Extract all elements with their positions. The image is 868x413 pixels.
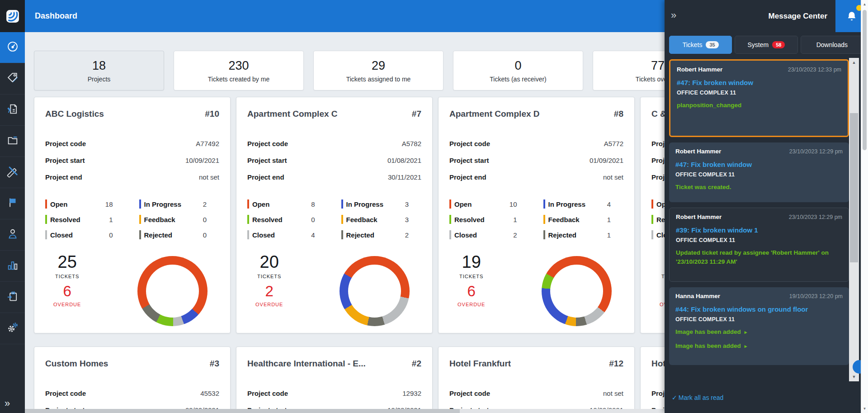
status-closed: Closed 0 bbox=[45, 227, 126, 242]
sidebar-expand-icon[interactable]: » bbox=[0, 395, 25, 413]
project-card[interactable]: Hotel Frankfurt #12 Project code not set… bbox=[438, 347, 635, 413]
message-center-title: Message Center bbox=[675, 12, 835, 21]
message-card[interactable]: Robert Hammer 23/10/2023 12:29 pm #47: F… bbox=[669, 142, 849, 202]
status-color-bar bbox=[341, 215, 343, 224]
sidebar-item-statistics[interactable] bbox=[0, 251, 25, 282]
ticket-link[interactable]: #47: Fix broken window bbox=[677, 79, 841, 86]
project-end-value: 30/11/2021 bbox=[388, 173, 421, 181]
project-start-value: 10/09/2021 bbox=[185, 157, 219, 164]
scroll-up-icon[interactable]: ▲ bbox=[849, 58, 859, 67]
tab-downloads-label: Downloads bbox=[816, 41, 848, 48]
message-list-scrollbar-thumb[interactable] bbox=[850, 113, 858, 262]
status-color-bar bbox=[247, 199, 249, 209]
message-timestamp: 23/10/2023 12:29 pm bbox=[789, 214, 842, 220]
status-rejected: Rejected 0 bbox=[139, 227, 220, 242]
stat-card[interactable]: 29 Tickets assigned to me bbox=[313, 51, 443, 90]
horizontal-scrollbar[interactable] bbox=[25, 409, 665, 413]
project-code-label: Project code bbox=[449, 140, 490, 147]
project-code-row: Project code 12932 bbox=[247, 385, 421, 402]
page-scroll-up-icon[interactable]: ▲ bbox=[861, 1, 868, 8]
tickets-count: 19 bbox=[462, 252, 481, 272]
status-color-bar bbox=[543, 230, 545, 239]
stat-card[interactable]: 18 Projects bbox=[34, 51, 164, 90]
project-end-row: Project end not set bbox=[449, 169, 623, 185]
project-end-label: Project end bbox=[247, 173, 284, 181]
panel-collapse-icon[interactable]: » bbox=[665, 9, 675, 23]
app-screen: » Dashboard 18 Projects 230 Tickets crea… bbox=[0, 0, 868, 413]
status-in-progress: In Progress 2 bbox=[139, 196, 220, 212]
project-title: C & bbox=[651, 109, 666, 119]
project-title: ABC Logistics bbox=[45, 109, 104, 119]
message-event-text[interactable]: Image has been added▸ bbox=[675, 342, 843, 351]
app-logo[interactable] bbox=[0, 0, 25, 32]
project-number: #8 bbox=[614, 109, 623, 119]
page-scroll-down-icon[interactable]: ▼ bbox=[861, 405, 868, 412]
project-code-value: 45532 bbox=[200, 389, 219, 397]
bell-icon bbox=[846, 10, 858, 22]
sidebar-item-tasks[interactable] bbox=[0, 282, 25, 313]
overdue-count: 6 bbox=[63, 283, 71, 300]
project-card[interactable]: Custom Homes #3 Project code 45532Projec… bbox=[34, 347, 231, 413]
sidebar-item-plans[interactable] bbox=[0, 157, 25, 188]
message-sender: Hanna Hammer bbox=[675, 293, 720, 299]
message-card[interactable]: Robert Hammer 23/10/2023 12:33 pm #47: F… bbox=[669, 59, 849, 137]
message-card[interactable]: Robert Hammer 23/10/2023 12:29 pm #39: F… bbox=[669, 208, 849, 282]
message-event-text: Updated ticket read by assignee 'Robert … bbox=[676, 248, 842, 266]
project-start-label: Project start bbox=[45, 157, 85, 164]
sidebar-item-dashboard[interactable] bbox=[0, 32, 25, 63]
stat-label: Tickets created by me bbox=[208, 76, 269, 83]
scroll-down-icon[interactable]: ▼ bbox=[849, 372, 859, 381]
page-scrollbar-thumb[interactable] bbox=[863, 10, 867, 150]
message-list-scrollbar[interactable]: ▲ ▼ bbox=[849, 58, 859, 381]
sidebar-item-projects[interactable] bbox=[0, 126, 25, 157]
mark-all-as-read-button[interactable]: ✓Mark all as read bbox=[672, 394, 723, 401]
ticket-link[interactable]: #44: Fix broken windows on ground floor bbox=[675, 305, 843, 313]
page-scrollbar[interactable]: ▲ ▼ bbox=[861, 0, 868, 413]
project-number: #10 bbox=[205, 109, 219, 119]
ticket-link[interactable]: #47: Fix broken window bbox=[675, 161, 843, 168]
project-title: Apartment Complex C bbox=[247, 109, 338, 119]
horizontal-scrollbar-thumb[interactable] bbox=[25, 409, 460, 413]
message-project-name: OFFICE COMPLEX 11 bbox=[677, 90, 841, 96]
sidebar-item-reports[interactable] bbox=[0, 95, 25, 126]
stat-card[interactable]: 0 Tickets (as receiver) bbox=[453, 51, 583, 90]
status-in-progress: In Progress 3 bbox=[341, 196, 422, 212]
project-card[interactable]: Apartment Complex C #7 Project code A578… bbox=[236, 97, 433, 333]
message-card[interactable]: Hanna Hammer 19/10/2023 12:20 pm #44: Fi… bbox=[669, 287, 849, 365]
project-info: Project code A5782Project start 01/08/20… bbox=[247, 135, 421, 185]
project-number: #7 bbox=[412, 109, 421, 119]
expand-arrow-icon[interactable]: ▸ bbox=[745, 343, 747, 349]
project-code-label: Project code bbox=[45, 389, 86, 397]
tab-tickets[interactable]: Tickets 35 bbox=[669, 36, 732, 54]
project-code-label: Project code bbox=[449, 389, 490, 397]
project-start-label: Project start bbox=[449, 157, 489, 164]
status-color-bar bbox=[247, 230, 249, 239]
stat-value: 230 bbox=[228, 59, 249, 73]
sidebar-item-flags[interactable] bbox=[0, 188, 25, 219]
project-card[interactable]: ABC Logistics #10 Project code A77492Pro… bbox=[34, 97, 231, 333]
sidebar-item-tags[interactable] bbox=[0, 63, 25, 95]
sidebar-item-settings[interactable] bbox=[0, 313, 25, 344]
message-project-name: OFFICE COMPLEX 11 bbox=[676, 237, 842, 243]
tab-system[interactable]: System 58 bbox=[735, 36, 797, 54]
project-card[interactable]: Apartment Complex D #8 Project code A577… bbox=[438, 97, 635, 333]
brand-swirl-icon bbox=[5, 9, 20, 24]
tab-downloads[interactable]: Downloads bbox=[801, 36, 863, 54]
stat-value: 18 bbox=[92, 59, 106, 73]
stat-card[interactable]: 230 Tickets created by me bbox=[174, 51, 304, 90]
status-in-progress: In Progress 4 bbox=[543, 196, 624, 212]
bar-chart-icon bbox=[6, 259, 19, 273]
status-color-bar bbox=[45, 230, 47, 239]
tickets-count-badge: 35 bbox=[706, 41, 718, 48]
project-title: Hotel Frankfurt bbox=[449, 359, 511, 369]
status-feedback: Feedback 1 bbox=[543, 212, 624, 227]
project-code-value: A5772 bbox=[604, 140, 623, 147]
sidebar-item-users[interactable] bbox=[0, 219, 25, 251]
message-event-text[interactable]: Image has been added▸ bbox=[675, 328, 843, 337]
ticket-link[interactable]: #39: Fix broken window 1 bbox=[676, 226, 842, 234]
message-center-footer: ✓Mark all as read bbox=[665, 382, 861, 413]
project-card[interactable]: Healthcare International - E... #2 Proje… bbox=[236, 347, 433, 413]
project-code-label: Project code bbox=[45, 140, 86, 147]
status-donut-chart bbox=[340, 256, 410, 326]
expand-arrow-icon[interactable]: ▸ bbox=[745, 329, 747, 335]
